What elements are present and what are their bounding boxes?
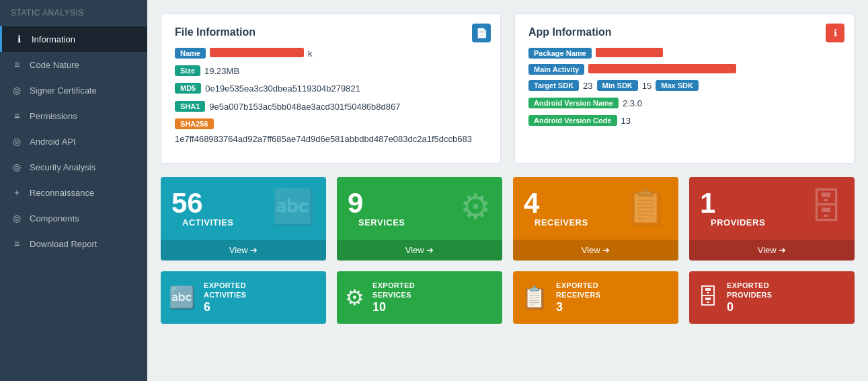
sidebar-icon-security-analysis: ◎ bbox=[11, 162, 23, 172]
sidebar-icon-components: ◎ bbox=[11, 213, 23, 223]
file-info-row-4: SHA2561e7ff468983764ad92a7ff685ae74d9d6e… bbox=[175, 118, 487, 145]
file-field-value-2: 0e19e535ea3c30dbea5119304b279821 bbox=[205, 83, 360, 95]
stat-tile-providers: 1 PROVIDERS 🗄 View ➔ bbox=[689, 177, 855, 261]
export-count-1: 10 bbox=[372, 300, 415, 314]
tile-number-0: 56 ACTIVITIES bbox=[171, 189, 245, 233]
sidebar-item-security-analysis[interactable]: ◎Security Analysis bbox=[0, 154, 147, 180]
export-tile-2[interactable]: 📋 EXPORTEDRECEIVERS 3 bbox=[513, 271, 678, 324]
sidebar-label-signer-cert: Signer Certificate bbox=[30, 85, 97, 96]
info-cards-row: File Information 📄 NamekSize19.23MBMD50e… bbox=[161, 13, 855, 164]
file-info-title: File Information bbox=[175, 26, 487, 38]
tile-number-1: 9 SERVICES bbox=[348, 189, 416, 233]
export-label-1: EXPORTEDSERVICES bbox=[372, 281, 415, 300]
export-count-3: 0 bbox=[727, 300, 773, 314]
file-field-value-4: 1e7ff468983764ad92a7ff685ae74d9d6e581abb… bbox=[175, 133, 472, 145]
target-sdk-value: 23 bbox=[583, 80, 592, 92]
export-text-2: EXPORTEDRECEIVERS 3 bbox=[556, 281, 600, 314]
sidebar-item-permissions[interactable]: ≡Permissions bbox=[0, 103, 147, 129]
export-text-3: EXPORTEDPROVIDERS 0 bbox=[727, 281, 773, 314]
badge-main-activity: Main Activity bbox=[528, 64, 584, 75]
badge-min-sdk: Min SDK bbox=[597, 80, 638, 91]
sidebar-label-permissions: Permissions bbox=[30, 111, 77, 121]
badge-version-code: Android Version Code bbox=[528, 115, 617, 126]
stats-row: 56 ACTIVITIES 🔤 View ➔ 9 SERVICES ⚙ View… bbox=[161, 177, 855, 261]
tile-bg-icon-2: 📋 bbox=[624, 189, 668, 224]
file-badge-0: Name bbox=[175, 48, 206, 59]
app-info-icon[interactable]: ℹ bbox=[826, 24, 844, 42]
sidebar-icon-android-api: ◎ bbox=[11, 136, 23, 147]
export-count-2: 3 bbox=[556, 300, 600, 314]
min-sdk-value: 15 bbox=[642, 80, 652, 92]
file-badge-2: MD5 bbox=[175, 83, 201, 94]
app-info-row-version-code: Android Version Code13 bbox=[528, 115, 840, 127]
app-info-fields: Package NameMain Activity Target SDK 23 … bbox=[528, 48, 840, 128]
stat-tile-receivers: 4 RECEIVERS 📋 View ➔ bbox=[513, 177, 678, 261]
export-count-0: 6 bbox=[204, 300, 247, 314]
file-field-value-1: 19.23MB bbox=[204, 65, 239, 77]
file-badge-3: SHA1 bbox=[175, 101, 205, 112]
badge-target-sdk: Target SDK bbox=[528, 80, 579, 91]
tile-view-3[interactable]: View ➔ bbox=[689, 240, 855, 261]
sidebar-item-components[interactable]: ◎Components bbox=[0, 205, 147, 231]
tile-view-0[interactable]: View ➔ bbox=[161, 240, 326, 261]
export-label-2: EXPORTEDRECEIVERS bbox=[556, 281, 600, 300]
sidebar-icon-permissions: ≡ bbox=[11, 110, 23, 121]
export-icon-3: 🗄 bbox=[697, 285, 719, 310]
redacted-package bbox=[596, 48, 663, 57]
version-code-value: 13 bbox=[621, 115, 631, 127]
export-text-1: EXPORTEDSERVICES 10 bbox=[372, 281, 415, 314]
tile-bg-icon-0: 🔤 bbox=[272, 189, 315, 224]
sidebar-icon-download-report: ≡ bbox=[11, 238, 23, 249]
export-icon-0: 🔤 bbox=[169, 285, 196, 310]
export-icon-2: 📋 bbox=[521, 285, 548, 310]
app-info-row-package: Package Name bbox=[528, 48, 840, 59]
sidebar-label-reconnaissance: Reconnaissance bbox=[30, 188, 94, 198]
sidebar-nav: ℹInformation≡Code Nature◎Signer Certific… bbox=[0, 26, 147, 256]
redacted-main-activity bbox=[588, 64, 736, 73]
file-info-icon[interactable]: 📄 bbox=[472, 24, 491, 42]
sidebar-label-security-analysis: Security Analysis bbox=[30, 162, 95, 172]
tile-view-2[interactable]: View ➔ bbox=[513, 240, 678, 261]
sidebar-label-information: Information bbox=[32, 34, 75, 44]
tile-top-0: 56 ACTIVITIES 🔤 bbox=[161, 177, 326, 240]
tile-top-3: 1 PROVIDERS 🗄 bbox=[689, 177, 855, 240]
export-tile-1[interactable]: ⚙ EXPORTEDSERVICES 10 bbox=[337, 271, 502, 324]
sidebar-item-download-report[interactable]: ≡Download Report bbox=[0, 231, 147, 256]
sidebar-item-android-api[interactable]: ◎Android API bbox=[0, 129, 147, 154]
tile-bg-icon-1: ⚙ bbox=[460, 189, 491, 224]
file-badge-4: SHA256 bbox=[175, 118, 214, 129]
export-row: 🔤 EXPORTEDACTIVITIES 6 ⚙ EXPORTEDSERVICE… bbox=[161, 271, 855, 324]
export-tile-3[interactable]: 🗄 EXPORTEDPROVIDERS 0 bbox=[689, 271, 855, 324]
file-info-card: File Information 📄 NamekSize19.23MBMD50e… bbox=[161, 13, 501, 164]
tile-view-1[interactable]: View ➔ bbox=[337, 240, 502, 261]
main-content: File Information 📄 NamekSize19.23MBMD50e… bbox=[147, 0, 868, 381]
sidebar-item-information[interactable]: ℹInformation bbox=[0, 26, 147, 52]
file-info-row-3: SHA19e5a007b153ac5bb048ae3acd301f50486b8… bbox=[175, 101, 487, 113]
file-info-fields: NamekSize19.23MBMD50e19e535ea3c30dbea511… bbox=[175, 48, 487, 145]
sidebar-label-android-api: Android API bbox=[30, 137, 76, 147]
sidebar-icon-signer-cert: ◎ bbox=[11, 85, 23, 96]
badge-max-sdk: Max SDK bbox=[656, 80, 699, 91]
version-name-value: 2.3.0 bbox=[623, 98, 642, 110]
badge-version-name: Android Version Name bbox=[528, 98, 619, 108]
sidebar-item-signer-cert[interactable]: ◎Signer Certificate bbox=[0, 77, 147, 103]
sidebar-item-reconnaissance[interactable]: +Reconnaissance bbox=[0, 180, 147, 205]
file-info-row-1: Size19.23MB bbox=[175, 65, 487, 77]
file-badge-1: Size bbox=[175, 65, 200, 76]
export-label-0: EXPORTEDACTIVITIES bbox=[204, 281, 247, 300]
sidebar-header: Static Analysis bbox=[0, 0, 147, 26]
stat-tile-activities: 56 ACTIVITIES 🔤 View ➔ bbox=[161, 177, 326, 261]
file-info-row-0: Namek bbox=[175, 48, 487, 60]
tile-top-2: 4 RECEIVERS 📋 bbox=[513, 177, 678, 240]
app-info-card: App Information ℹ Package NameMain Activ… bbox=[514, 13, 855, 164]
export-label-3: EXPORTEDPROVIDERS bbox=[727, 281, 773, 300]
app-info-row-sdk: Target SDK 23 Min SDK 15 Max SDK bbox=[528, 80, 840, 92]
stat-tile-services: 9 SERVICES ⚙ View ➔ bbox=[337, 177, 502, 261]
sidebar-item-code-nature[interactable]: ≡Code Nature bbox=[0, 52, 147, 77]
sidebar-icon-code-nature: ≡ bbox=[11, 59, 23, 70]
sidebar-label-download-report: Download Report bbox=[30, 239, 97, 249]
file-field-value-3: 9e5a007b153ac5bb048ae3acd301f50486b8d867 bbox=[209, 101, 400, 113]
export-tile-0[interactable]: 🔤 EXPORTEDACTIVITIES 6 bbox=[161, 271, 326, 324]
app-info-row-version-name: Android Version Name2.3.0 bbox=[528, 98, 840, 110]
badge-package: Package Name bbox=[528, 48, 592, 59]
